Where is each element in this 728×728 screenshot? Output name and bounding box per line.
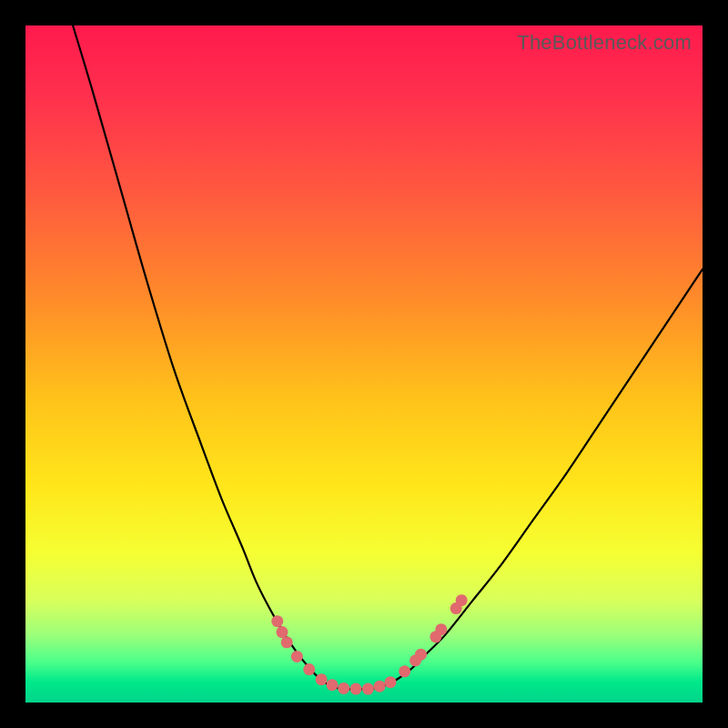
data-marker — [350, 683, 362, 695]
marker-group — [271, 594, 467, 694]
curve-group — [73, 25, 703, 689]
data-marker — [456, 594, 468, 606]
data-marker — [435, 623, 447, 635]
data-marker — [303, 663, 315, 675]
data-marker — [338, 682, 349, 694]
data-marker — [291, 651, 303, 662]
data-marker — [327, 679, 339, 691]
bottleneck-curve — [73, 25, 703, 689]
data-marker — [362, 683, 374, 695]
data-marker — [399, 665, 410, 677]
data-marker — [281, 636, 293, 648]
data-marker — [276, 626, 288, 638]
chart-frame: TheBottleneck.com — [0, 0, 728, 728]
chart-svg — [25, 25, 703, 703]
data-marker — [415, 649, 427, 661]
data-marker — [316, 673, 328, 685]
plot-area: TheBottleneck.com — [25, 25, 703, 703]
data-marker — [271, 615, 283, 627]
data-marker — [385, 676, 397, 688]
data-marker — [374, 681, 386, 693]
